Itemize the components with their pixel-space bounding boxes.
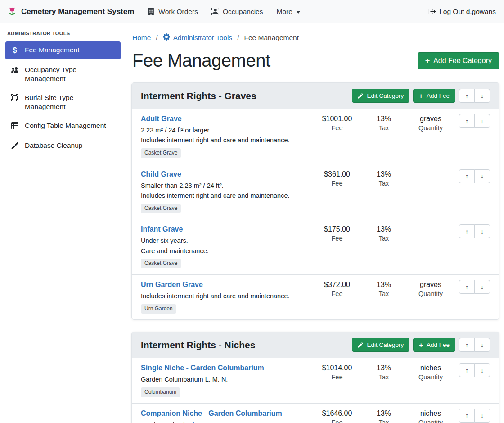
fee-description: Under six years. [141,236,310,246]
pencil-icon [358,93,363,99]
move-fee-down-button[interactable]: ↓ [474,169,490,183]
nav-more[interactable]: More [270,4,307,19]
tax-value: 13% [360,409,407,418]
fee-label: Fee [314,373,360,381]
fee-description: Garden Columbarium L, M, N. [141,420,310,423]
fee-type-badge: Columbarium [141,387,180,397]
fee-name-link[interactable]: Adult Grave [141,115,182,123]
tax-label: Tax [360,124,407,132]
logout-icon [428,8,436,15]
fee-row: Companion Niche - Garden Columbarium Gar… [132,404,499,423]
tax-column: 13% Tax [360,409,407,423]
sidebar-item-database-cleanup[interactable]: Database Cleanup [5,137,121,155]
quantity-value: niches [407,409,454,418]
fee-description: 2.23 m² / 24 ft² or larger. [141,125,310,135]
quantity-value: niches [407,364,454,372]
move-fee-down-button[interactable]: ↓ [474,363,490,377]
app-brand[interactable]: Cemetery Management System [7,7,134,17]
move-fee-down-button[interactable]: ↓ [474,280,490,294]
fee-description: Includes interment right and care and ma… [141,135,310,145]
move-fee-up-button[interactable]: ↑ [459,224,475,238]
quantity-label: Quantity [407,290,454,297]
fee-value: $1014.00 [314,364,360,372]
move-category-down-button[interactable]: ↓ [474,89,490,103]
category-header: Interment Rights - Niches Edit Category … [132,332,499,358]
fee-info: Single Niche - Garden Columbarium Garden… [141,363,314,397]
logout-link[interactable]: Log Out d.gowans [421,4,497,19]
fee-amount-column: $372.00 Fee [314,280,360,297]
add-fee-button[interactable]: + Add Fee [413,338,455,352]
nav-links: Work Orders Occupancies More [140,4,307,19]
quantity-column: niches Quantity [407,409,454,423]
quantity-label: Quantity [407,419,454,423]
people-icon [11,66,19,75]
move-fee-up-button[interactable]: ↑ [459,363,475,377]
fee-amount-column: $1014.00 Fee [314,363,360,381]
fee-name-link[interactable]: Child Grave [141,170,181,178]
plus-icon: + [419,342,423,348]
fee-value: $175.00 [314,225,360,233]
fee-name-link[interactable]: Infant Grave [141,225,183,233]
move-category-up-button[interactable]: ↑ [459,89,475,103]
fee-type-badge: Casket Grave [141,259,181,268]
tax-value: 13% [360,281,407,289]
move-fee-up-button[interactable]: ↑ [459,114,475,128]
broom-icon [11,141,19,150]
sidebar-item-burial-site-type[interactable]: Burial Site Type Management [5,89,121,115]
fee-description: Care and maintenance. [141,246,310,256]
sidebar-item-occupancy-type[interactable]: Occupancy Type Management [5,61,121,87]
plus-icon: + [425,58,430,64]
breadcrumb: Home / Administrator Tools / Fee Managem… [132,33,500,42]
tax-column: 13% Tax [360,280,407,297]
move-category-up-button[interactable]: ↑ [459,338,475,352]
move-fee-up-button[interactable]: ↑ [459,409,475,423]
fee-reorder: ↑ ↓ [454,114,490,128]
plus-icon: + [419,93,423,99]
category-header: Interment Rights - Graves Edit Category … [132,83,499,109]
breadcrumb-admin-tools-link[interactable]: Administrator Tools [163,33,233,42]
sidebar-item-fee-management[interactable]: $ Fee Management [5,41,121,59]
fee-info: Infant Grave Under six years. Care and m… [141,224,314,268]
fee-row: Urn Garden Grave Includes interment righ… [132,275,499,319]
fee-type-badge: Casket Grave [141,204,181,214]
fee-name-link[interactable]: Companion Niche - Garden Columbarium [141,409,282,418]
nav-occupancies[interactable]: Occupancies [205,4,270,19]
tax-column: 13% Tax [360,114,407,132]
breadcrumb-home-link[interactable]: Home [132,34,151,42]
move-category-down-button[interactable]: ↓ [474,338,490,352]
fee-row: Infant Grave Under six years. Care and m… [132,219,499,275]
quantity-value: graves [407,115,454,123]
tax-label: Tax [360,419,407,423]
quantity-column: niches Quantity [407,363,454,381]
move-fee-down-button[interactable]: ↓ [474,114,490,128]
tax-label: Tax [360,180,407,187]
fee-name-link[interactable]: Urn Garden Grave [141,281,203,289]
building-icon [147,8,155,15]
move-fee-down-button[interactable]: ↓ [474,409,490,423]
move-fee-up-button[interactable]: ↑ [459,280,475,294]
fee-description: Garden Columbarium L, M, N. [141,374,310,384]
add-fee-category-button[interactable]: + Add Fee Category [418,52,500,69]
sidebar-heading: ADMINISTRATOR TOOLS [5,30,121,41]
move-fee-up-button[interactable]: ↑ [459,169,475,183]
tax-value: 13% [360,115,407,123]
category-title: Interment Rights - Graves [141,91,352,101]
fee-reorder: ↑ ↓ [454,169,490,183]
add-fee-button[interactable]: + Add Fee [413,89,455,103]
move-fee-down-button[interactable]: ↓ [474,224,490,238]
edit-category-button[interactable]: Edit Category [352,89,410,103]
quantity-label: Quantity [407,124,454,132]
fee-info: Urn Garden Grave Includes interment righ… [141,280,314,314]
edit-category-button[interactable]: Edit Category [352,338,410,352]
fee-reorder: ↑ ↓ [454,224,490,238]
fee-row: Adult Grave 2.23 m² / 24 ft² or larger. … [132,109,499,164]
quantity-value: graves [407,281,454,289]
nav-work-orders[interactable]: Work Orders [140,4,205,19]
fee-value: $1001.00 [314,115,360,123]
sidebar-item-config-table[interactable]: Config Table Management [5,117,121,135]
quantity-label: Quantity [407,373,454,381]
tax-value: 13% [360,170,407,178]
fee-name-link[interactable]: Single Niche - Garden Columbarium [141,364,264,372]
tax-label: Tax [360,235,407,242]
dollar-icon: $ [11,46,19,55]
